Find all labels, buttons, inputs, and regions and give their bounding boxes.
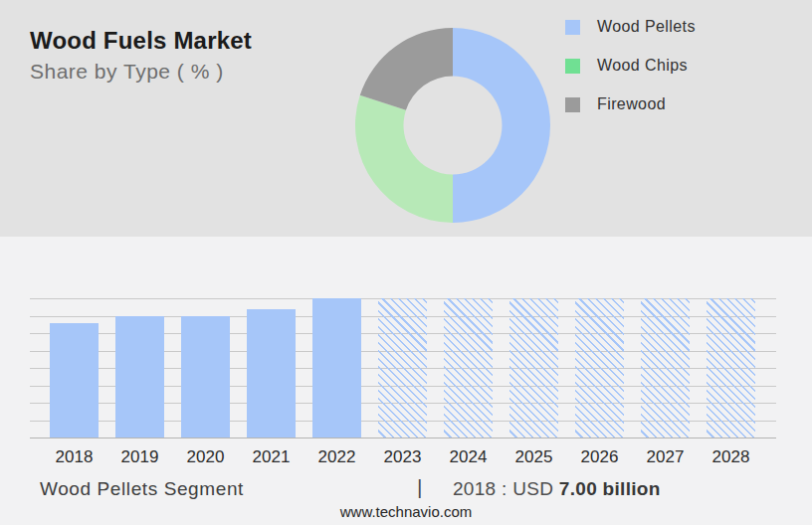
x-label-2023: 2023 <box>370 447 436 467</box>
legend-label-firewood: Firewood <box>597 95 666 113</box>
bar-2018 <box>50 323 99 438</box>
bar-2024-forecast <box>444 298 493 438</box>
x-label-2021: 2021 <box>239 447 304 467</box>
caption-divider: | <box>417 475 422 499</box>
bar-2021 <box>247 309 296 438</box>
infographic: Wood Fuels Market Share by Type ( % ) Wo… <box>0 0 812 525</box>
bar-2026-forecast <box>575 298 624 438</box>
donut-chart-svg <box>353 26 552 225</box>
segment-label: Wood Pellets Segment <box>40 478 244 500</box>
bar-2019 <box>115 316 164 438</box>
segment-forecast-section: 2018201920202021202220232024202520262027… <box>0 237 812 525</box>
website-url: www.technavio.com <box>0 503 812 520</box>
legend-label-wood-pellets: Wood Pellets <box>597 18 696 36</box>
x-label-2020: 2020 <box>173 447 239 467</box>
legend-swatch-wood-chips <box>565 59 580 74</box>
bar-plot: 2018201920202021202220232024202520262027… <box>30 298 776 438</box>
donut-legend: Wood Pellets Wood Chips Firewood <box>565 12 696 128</box>
page-title: Wood Fuels Market <box>30 27 252 55</box>
bar-2022 <box>312 298 361 438</box>
legend-item-wood-chips: Wood Chips <box>565 51 696 81</box>
x-label-2022: 2022 <box>304 447 370 467</box>
slice-wood-pellets <box>453 28 550 223</box>
bar-2028-forecast <box>707 298 755 438</box>
x-axis-line <box>30 438 776 438</box>
bar-2025-forecast <box>509 298 558 438</box>
segment-value-prefix: 2018 : USD <box>453 478 553 499</box>
slice-wood-chips <box>355 95 453 223</box>
bar-2020 <box>181 316 230 438</box>
legend-swatch-firewood <box>565 97 580 112</box>
x-label-2024: 2024 <box>436 447 502 467</box>
legend-item-wood-pellets: Wood Pellets <box>565 12 696 42</box>
bar-2027-forecast <box>641 298 690 438</box>
slice-firewood <box>360 28 453 110</box>
x-label-2018: 2018 <box>42 447 107 467</box>
legend-item-firewood: Firewood <box>565 89 696 119</box>
x-label-2025: 2025 <box>502 447 567 467</box>
donut-chart <box>353 26 552 225</box>
x-label-2027: 2027 <box>633 447 699 467</box>
x-label-2019: 2019 <box>107 447 173 467</box>
bar-2023-forecast <box>378 298 427 438</box>
page-subtitle: Share by Type ( % ) <box>30 60 224 84</box>
legend-label-wood-chips: Wood Chips <box>597 57 688 75</box>
x-label-2026: 2026 <box>567 447 633 467</box>
segment-value-bold: 7.00 billion <box>559 478 661 499</box>
share-by-type-section: Wood Fuels Market Share by Type ( % ) Wo… <box>0 0 812 237</box>
x-label-2028: 2028 <box>699 447 764 467</box>
segment-value: 2018 : USD 7.00 billion <box>453 478 661 500</box>
legend-swatch-wood-pellets <box>565 20 580 35</box>
